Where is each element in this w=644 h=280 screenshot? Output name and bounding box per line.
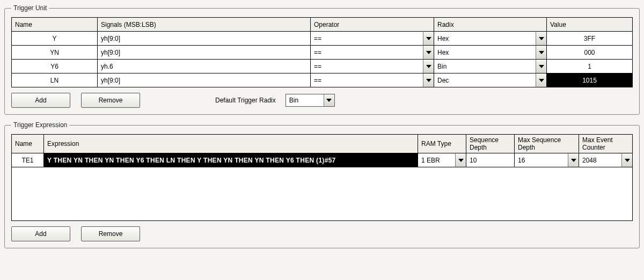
- trigger-expression-header-row: Name Expression RAM Type Sequence Depth …: [12, 135, 633, 153]
- cell-name[interactable]: TE1: [12, 153, 44, 167]
- max-event-counter-value: 2048: [579, 157, 621, 164]
- trigger-expression-buttons: Add Remove: [11, 226, 633, 241]
- cell-radix[interactable]: Hex: [434, 46, 547, 60]
- chevron-down-icon[interactable]: [621, 153, 632, 167]
- default-radix-label: Default Trigger Radix: [215, 97, 276, 104]
- col-expression: Expression: [44, 135, 418, 153]
- cell-value[interactable]: 000: [547, 46, 633, 60]
- table-row[interactable]: Y6 yh.6 == Bin 1: [12, 60, 633, 73]
- operator-value: ==: [311, 35, 423, 42]
- col-name: Name: [12, 135, 44, 153]
- cell-radix[interactable]: Hex: [434, 32, 547, 46]
- trigger-unit-group: Trigger Unit Name Signals (MSB:LSB) Oper…: [4, 4, 640, 115]
- col-radix: Radix: [434, 18, 547, 32]
- col-operator: Operator: [311, 18, 434, 32]
- trigger-expression-legend: Trigger Expression: [11, 121, 69, 129]
- cell-signals[interactable]: yh.6: [98, 60, 311, 73]
- cell-name[interactable]: Y6: [12, 60, 98, 73]
- chevron-down-icon[interactable]: [536, 60, 546, 73]
- radix-value: Dec: [434, 77, 536, 84]
- table-row[interactable]: Y yh[9:0] == Hex 3FF: [12, 32, 633, 46]
- cell-name[interactable]: Y: [12, 32, 98, 46]
- table-row[interactable]: LN yh[9:0] == Dec 1015: [12, 73, 633, 87]
- cell-value[interactable]: 3FF: [547, 32, 633, 46]
- radix-value: Hex: [434, 35, 536, 42]
- table-row[interactable]: YN yh[9:0] == Hex 000: [12, 46, 633, 60]
- add-button[interactable]: Add: [11, 93, 70, 108]
- cell-name[interactable]: LN: [12, 73, 98, 87]
- operator-value: ==: [311, 77, 423, 84]
- cell-signals[interactable]: yh[9:0]: [98, 46, 311, 60]
- cell-operator[interactable]: ==: [311, 60, 434, 73]
- trigger-unit-header-row: Name Signals (MSB:LSB) Operator Radix Va…: [12, 18, 633, 32]
- cell-signals[interactable]: yh[9:0]: [98, 32, 311, 46]
- cell-value[interactable]: 1015: [547, 73, 633, 87]
- cell-max-event-counter[interactable]: 2048: [579, 153, 633, 167]
- operator-value: ==: [311, 49, 423, 56]
- cell-max-seq-depth[interactable]: 16: [515, 153, 579, 167]
- cell-seq-depth[interactable]: 10: [466, 153, 515, 167]
- cell-operator[interactable]: ==: [311, 73, 434, 87]
- col-seq-depth: Sequence Depth: [466, 135, 515, 153]
- max-seq-depth-value: 16: [515, 157, 568, 164]
- col-value: Value: [547, 18, 633, 32]
- cell-operator[interactable]: ==: [311, 46, 434, 60]
- chevron-down-icon[interactable]: [324, 94, 334, 106]
- chevron-down-icon[interactable]: [536, 32, 546, 45]
- col-signals: Signals (MSB:LSB): [98, 18, 311, 32]
- cell-radix[interactable]: Bin: [434, 60, 547, 73]
- col-max-event-ctr: Max Event Counter: [579, 135, 633, 153]
- cell-operator[interactable]: ==: [311, 32, 434, 46]
- chevron-down-icon[interactable]: [423, 60, 434, 73]
- operator-value: ==: [311, 63, 423, 70]
- col-max-seq-depth: Max Sequence Depth: [515, 135, 579, 153]
- trigger-expression-group: Trigger Expression Name Expression RAM T…: [4, 121, 640, 248]
- chevron-down-icon[interactable]: [568, 153, 579, 167]
- remove-button[interactable]: Remove: [81, 226, 140, 241]
- cell-radix[interactable]: Dec: [434, 73, 547, 87]
- trigger-expression-empty-area: [11, 167, 633, 221]
- cell-expression[interactable]: Y THEN YN THEN YN THEN Y6 THEN LN THEN Y…: [44, 153, 418, 167]
- trigger-unit-table: Name Signals (MSB:LSB) Operator Radix Va…: [11, 17, 633, 87]
- chevron-down-icon[interactable]: [536, 73, 546, 87]
- radix-value: Hex: [434, 49, 536, 56]
- col-ram-type: RAM Type: [418, 135, 466, 153]
- default-radix-group: Default Trigger Radix Bin: [215, 94, 335, 107]
- chevron-down-icon[interactable]: [423, 32, 434, 45]
- cell-signals[interactable]: yh[9:0]: [98, 73, 311, 87]
- trigger-unit-buttons: Add Remove Default Trigger Radix Bin: [11, 93, 633, 108]
- trigger-unit-legend: Trigger Unit: [11, 4, 49, 12]
- table-row[interactable]: TE1 Y THEN YN THEN YN THEN Y6 THEN LN TH…: [12, 153, 633, 167]
- chevron-down-icon[interactable]: [536, 46, 546, 59]
- remove-button[interactable]: Remove: [81, 93, 140, 108]
- chevron-down-icon[interactable]: [423, 73, 434, 87]
- default-radix-select[interactable]: Bin: [286, 94, 335, 107]
- cell-name[interactable]: YN: [12, 46, 98, 60]
- chevron-down-icon[interactable]: [455, 153, 466, 167]
- chevron-down-icon[interactable]: [423, 46, 434, 59]
- cell-value[interactable]: 1: [547, 60, 633, 73]
- ram-type-value: 1 EBR: [418, 157, 455, 164]
- cell-ram-type[interactable]: 1 EBR: [418, 153, 466, 167]
- default-radix-value: Bin: [286, 94, 324, 106]
- col-name: Name: [12, 18, 98, 32]
- add-button[interactable]: Add: [11, 226, 70, 241]
- trigger-expression-table: Name Expression RAM Type Sequence Depth …: [11, 134, 633, 167]
- radix-value: Bin: [434, 63, 536, 70]
